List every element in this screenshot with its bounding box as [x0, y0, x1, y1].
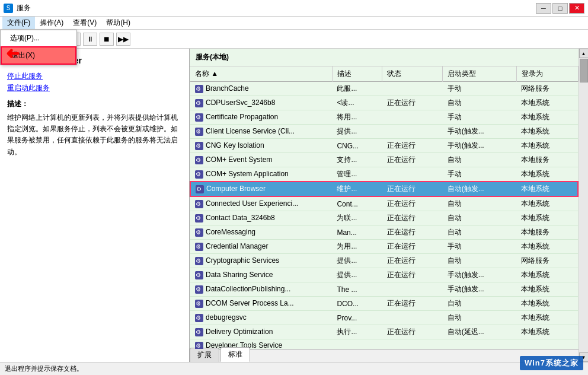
service-logon-cell: 网络服务 [516, 254, 578, 268]
service-logon-cell: 本地系统 [516, 240, 578, 254]
tab-standard[interactable]: 标准 [220, 347, 250, 362]
service-icon [195, 257, 203, 265]
service-name-cell: Connected User Experienci... [190, 196, 332, 211]
service-logon-cell: 本地系统 [516, 196, 578, 211]
app-icon: S [4, 4, 13, 13]
col-name[interactable]: 名称 ▲ [190, 66, 332, 82]
menu-view[interactable]: 查看(V) [68, 17, 101, 29]
table-row[interactable]: COM+ System Application 管理... 手动 本地系统 [190, 167, 578, 182]
scroll-up[interactable]: ▲ [579, 49, 589, 58]
table-row[interactable]: DataCollectionPublishing... The ... 手动(触… [190, 282, 578, 297]
service-name-cell: Credential Manager [190, 240, 332, 254]
col-startup[interactable]: 启动类型 [443, 66, 517, 82]
service-desc-cell: 提供... [332, 125, 382, 139]
service-startup-cell: 自动 [443, 153, 517, 167]
service-desc-cell: <读... [332, 96, 382, 110]
close-button[interactable]: ✕ [569, 3, 584, 14]
table-row[interactable]: Computer Browser 维护... 正在运行 自动(触发... 本地系… [190, 182, 578, 196]
service-icon [195, 214, 203, 223]
service-status-cell: 正在运行 [382, 96, 443, 110]
scrollbar[interactable]: ▲ ▼ [579, 49, 588, 362]
service-name-cell: Data Sharing Service [190, 268, 332, 282]
service-icon [195, 128, 203, 136]
table-row[interactable]: Client License Service (Cli... 提供... 手动(… [190, 125, 578, 139]
service-icon [195, 271, 203, 279]
service-logon-cell [516, 339, 578, 349]
services-table[interactable]: 名称 ▲ 描述 状态 启动类型 登录为 BranchCache 此服... 手动… [190, 66, 579, 349]
stop-service-link[interactable]: 停止此服务 [7, 71, 182, 81]
toolbar-pause[interactable]: ⏸ [83, 33, 97, 46]
service-startup-cell: 自动 [443, 211, 517, 225]
table-row[interactable]: CDPUserSvc_3246b8 <读... 正在运行 自动 本地系统 [190, 96, 578, 110]
maximize-button[interactable]: □ [552, 3, 568, 14]
service-icon [195, 142, 203, 150]
service-name-cell: CDPUserSvc_3246b8 [190, 96, 332, 110]
right-panel-header: 服务(本地) [190, 49, 579, 66]
left-panel: Computer Browser 停止此服务 重启动此服务 描述： 维护网络上计… [0, 49, 190, 362]
service-name-cell: DataCollectionPublishing... [190, 282, 332, 297]
service-desc-cell: 为联... [332, 211, 382, 225]
tab-extended[interactable]: 扩展 [190, 348, 219, 362]
table-row[interactable]: COM+ Event System 支持... 正在运行 自动 本地服务 [190, 153, 578, 167]
restart-service-link[interactable]: 重启动此服务 [7, 83, 182, 93]
service-desc-cell: 支持... [332, 153, 382, 167]
service-icon [195, 170, 203, 179]
service-startup-cell [443, 339, 517, 349]
toolbar-stop[interactable]: ⏹ [100, 33, 114, 46]
service-startup-cell: 自动 [443, 196, 517, 211]
service-logon-cell: 本地系统 [516, 182, 578, 196]
service-status-cell [382, 110, 443, 125]
service-name-cell: CNG Key Isolation [190, 139, 332, 153]
service-logon-cell: 本地系统 [516, 167, 578, 182]
table-row[interactable]: BranchCache 此服... 手动 网络服务 [190, 82, 578, 96]
scroll-track[interactable] [579, 58, 589, 352]
table-row[interactable]: Contact Data_3246b8 为联... 正在运行 自动 本地系统 [190, 211, 578, 225]
menu-file[interactable]: 文件(F) [2, 17, 35, 29]
service-startup-cell: 自动 [443, 297, 517, 311]
toolbar: ◀ ? ▣ ▶ ⏸ ⏹ ▶▶ [0, 30, 588, 49]
service-name-cell: Client License Service (Cli... [190, 125, 332, 139]
service-description: 维护网络上计算机的更新列表，并将列表提供给计算机指定浏览。如果服务停止，列表不会… [7, 112, 182, 158]
table-row[interactable]: CoreMessaging Man... 正在运行 自动 本地服务 [190, 225, 578, 240]
toolbar-restart[interactable]: ▶▶ [116, 33, 130, 46]
table-row[interactable]: Connected User Experienci... Cont... 正在运… [190, 196, 578, 211]
service-icon [195, 342, 203, 349]
table-row[interactable]: CNG Key Isolation CNG... 正在运行 手动(触发... 本… [190, 139, 578, 153]
menu-options[interactable]: 选项(P)... [1, 30, 76, 46]
table-row[interactable]: Data Sharing Service 提供... 正在运行 手动(触发...… [190, 268, 578, 282]
service-logon-cell: 本地系统 [516, 268, 578, 282]
right-panel: 服务(本地) 名称 ▲ 描述 状态 启动类型 登录为 BranchCache 此… [190, 49, 579, 362]
menu-action[interactable]: 操作(A) [35, 17, 68, 29]
col-logon[interactable]: 登录为 [516, 66, 578, 82]
service-icon [195, 328, 203, 336]
table-row[interactable]: Credential Manager 为用... 正在运行 手动 本地系统 [190, 240, 578, 254]
service-icon [196, 185, 204, 193]
service-startup-cell: 手动(触发... [443, 125, 517, 139]
service-name-cell: Delivery Optimization [190, 325, 332, 339]
table-row[interactable]: Certificate Propagation 将用... 手动 本地系统 [190, 110, 578, 125]
table-row[interactable]: Delivery Optimization 执行... 正在运行 自动(延迟..… [190, 325, 578, 339]
service-status-cell [382, 311, 443, 325]
table-row[interactable]: DCOM Server Process La... DCO... 正在运行 自动… [190, 297, 578, 311]
service-desc-cell: 提供... [332, 254, 382, 268]
status-text: 退出程序并提示保存文档。 [5, 364, 83, 373]
table-row[interactable]: Cryptographic Services 提供... 正在运行 自动 网络服… [190, 254, 578, 268]
scroll-thumb[interactable] [580, 59, 588, 82]
service-desc-cell: Man... [332, 225, 382, 240]
service-desc-cell: Cont... [332, 196, 382, 211]
menu-help[interactable]: 帮助(H) [101, 17, 135, 29]
service-name-cell: Certificate Propagation [190, 110, 332, 125]
table-row[interactable]: debugregsvc Prov... 自动 本地系统 [190, 311, 578, 325]
minimize-button[interactable]: ─ [536, 3, 551, 14]
service-icon [195, 314, 203, 322]
col-desc[interactable]: 描述 [332, 66, 382, 82]
service-logon-cell: 本地服务 [516, 225, 578, 240]
service-status-cell: 正在运行 [382, 297, 443, 311]
watermark: Win7系统之家 [520, 356, 583, 370]
service-logon-cell: 本地系统 [516, 311, 578, 325]
service-startup-cell: 手动(触发... [443, 139, 517, 153]
col-status[interactable]: 状态 [382, 66, 443, 82]
service-logon-cell: 本地系统 [516, 211, 578, 225]
service-startup-cell: 自动(触发... [443, 182, 517, 196]
menu-bar: 文件(F) 操作(A) 查看(V) 帮助(H) 选项(P)... 退出(X) [0, 17, 588, 30]
